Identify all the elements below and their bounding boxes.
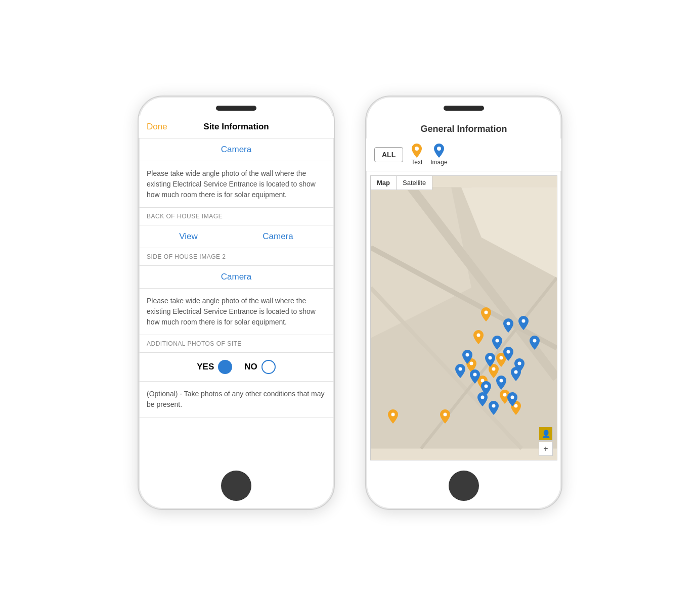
svg-point-15	[499, 356, 503, 359]
svg-point-1	[437, 147, 441, 151]
blue-pin	[518, 316, 529, 332]
yes-no-row: YES NO	[139, 353, 334, 382]
general-information-title: General Information	[366, 116, 561, 138]
map-tab-map[interactable]: Map	[371, 176, 397, 190]
blue-pin	[480, 381, 492, 397]
blue-pin	[492, 336, 503, 352]
orange-pin	[440, 409, 451, 426]
right-phone: General Information ALL Text	[365, 96, 562, 510]
additional-photos-label: ADDITIONAL PHOTOS OF SITE	[139, 335, 334, 353]
image-pin-icon	[433, 144, 445, 158]
yes-option[interactable]: YES	[197, 360, 232, 374]
description-2: Please take wide angle photo of the wall…	[139, 289, 334, 335]
blue-pin	[455, 364, 466, 380]
right-home-button[interactable]	[449, 471, 479, 501]
view-camera-row: View Camera	[139, 225, 334, 248]
phones-container: Done Site Information Camera Please take…	[107, 65, 593, 540]
svg-point-19	[391, 413, 395, 416]
left-phone: Done Site Information Camera Please take…	[138, 96, 335, 510]
nav-bar: Done Site Information	[139, 116, 334, 138]
svg-point-26	[473, 373, 477, 377]
camera-button-1[interactable]: Camera	[139, 138, 334, 161]
blue-pin	[503, 347, 514, 363]
page-title: Site Information	[172, 122, 300, 132]
blue-pin	[507, 392, 518, 408]
left-phone-speaker	[216, 106, 256, 111]
text-pin-icon	[411, 144, 422, 158]
filter-image-item[interactable]: Image	[430, 144, 447, 166]
zoom-in-button[interactable]: +	[539, 442, 553, 456]
camera-button-3[interactable]: Camera	[139, 266, 334, 289]
done-button[interactable]: Done	[147, 122, 172, 132]
blue-pin-top-right	[529, 336, 540, 352]
form-section: Camera Please take wide angle photo of t…	[139, 138, 334, 464]
no-radio-empty[interactable]	[261, 360, 276, 374]
filter-all-button[interactable]: ALL	[374, 147, 403, 162]
left-home-button[interactable]	[221, 471, 251, 501]
left-phone-content: Done Site Information Camera Please take…	[139, 116, 334, 464]
blue-pin	[469, 369, 480, 386]
map-tab-satellite[interactable]: Satellite	[397, 176, 432, 190]
back-of-house-label: BACK OF HOUSE IMAGE	[139, 208, 334, 225]
svg-point-29	[499, 379, 503, 382]
optional-description: (Optional) - Take photos of any other co…	[139, 382, 334, 417]
view-button[interactable]: View	[179, 231, 198, 242]
svg-point-35	[533, 339, 536, 342]
blue-pin	[503, 318, 514, 335]
svg-point-23	[507, 322, 510, 325]
orange-pin	[480, 307, 492, 323]
orange-pin	[473, 330, 484, 346]
svg-point-31	[507, 350, 510, 354]
yes-label: YES	[197, 362, 214, 372]
filter-bar: ALL Text Image	[366, 138, 561, 171]
svg-point-33	[492, 404, 495, 408]
filter-text-item[interactable]: Text	[411, 144, 422, 166]
svg-point-10	[503, 393, 506, 396]
filter-text-label: Text	[411, 159, 422, 166]
filter-image-label: Image	[430, 159, 447, 166]
no-option[interactable]: NO	[244, 360, 276, 374]
street-view-button[interactable]: 👤	[539, 427, 553, 441]
map-pins-layer	[371, 176, 557, 460]
no-label: NO	[244, 362, 257, 372]
blue-pin	[514, 358, 525, 375]
map-container[interactable]: Map Satellite	[370, 175, 557, 460]
svg-point-20	[521, 319, 525, 322]
svg-point-34	[485, 384, 488, 388]
svg-point-30	[458, 367, 462, 371]
svg-point-18	[444, 413, 447, 416]
svg-point-27	[466, 353, 469, 357]
right-phone-speaker	[444, 106, 484, 111]
blue-pin	[485, 353, 496, 369]
camera-button-2[interactable]: Camera	[262, 231, 293, 242]
right-phone-content: General Information ALL Text	[366, 116, 561, 464]
side-of-house-label: SIDE OF HOUSE IMAGE 2	[139, 248, 334, 266]
svg-point-17	[485, 310, 488, 314]
svg-point-0	[415, 147, 419, 151]
svg-point-32	[518, 361, 521, 365]
yes-radio-filled[interactable]	[218, 360, 232, 374]
svg-point-24	[488, 356, 492, 359]
svg-point-14	[477, 333, 480, 337]
blue-pin	[488, 401, 499, 417]
blue-pin	[496, 376, 507, 392]
description-1: Please take wide angle photo of the wall…	[139, 161, 334, 208]
map-tabs: Map Satellite	[371, 176, 432, 190]
svg-point-22	[496, 339, 499, 342]
map-controls: 👤 +	[539, 427, 553, 456]
orange-pin-solo	[387, 409, 399, 426]
svg-point-25	[510, 396, 514, 399]
